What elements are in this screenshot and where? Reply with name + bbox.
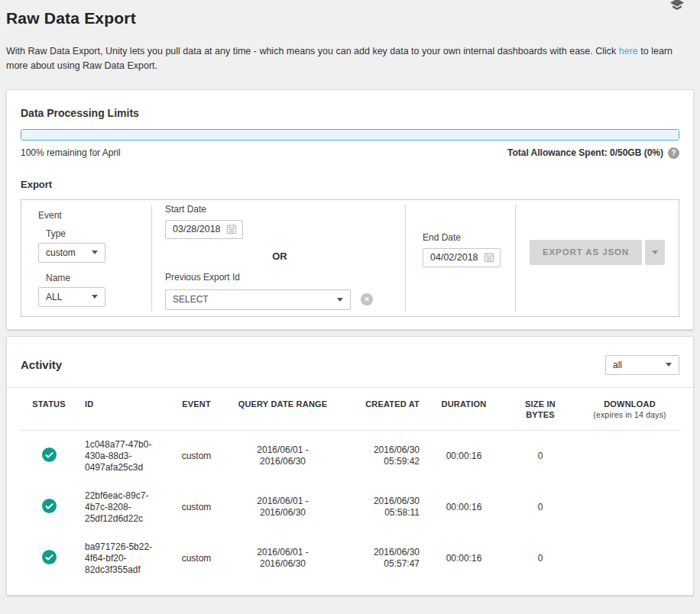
event-name-value: ALL [46,292,62,302]
intro-before: With Raw Data Export, Unity lets you pul… [6,46,619,57]
event-name-label: Name [46,273,151,283]
status-cell [21,430,77,482]
created-at-cell: 2016/06/30 05:57:47 [340,533,426,584]
previous-export-row: SELECT ✕ [165,289,405,310]
query-date-range-cell: 2016/06/01 - 2016/06/30 [225,482,340,533]
query-date-range-cell: 2016/06/01 - 2016/06/30 [225,430,340,482]
event-label: Event [38,210,151,221]
activity-filter-dropdown[interactable]: all [605,355,679,375]
download-cell [578,533,681,584]
page-header: Raw Data Export With Raw Data Export, Un… [6,0,694,74]
allowance-label: Total Allowance Spent: 0/50GB (0%) [507,147,663,158]
event-cell: custom [167,482,225,533]
dates-column: Start Date 03/28/2018 OR [152,200,405,316]
event-name-dropdown[interactable]: ALL [38,287,105,307]
id-cell: 22bf6eac-89c7-4b7c-8208-25df12d6d22c [77,482,167,533]
size-cell: 0 [502,482,578,533]
col-header-id: ID [77,388,167,430]
created-at-cell: 2016/06/30 05:58:11 [340,482,426,533]
page-root: Raw Data Export With Raw Data Export, Un… [0,0,700,596]
download-cell [578,482,681,533]
col-header-event: EVENT [167,388,225,430]
processing-limit-bar [21,129,679,141]
status-cell [21,482,77,533]
end-date-label: End Date [423,232,515,243]
activity-table: STATUS ID EVENT QUERY DATE RANGE CREATED… [21,388,681,584]
export-title: Export [21,179,679,190]
previous-export-value: SELECT [173,294,209,305]
calendar-icon[interactable] [484,252,494,263]
start-date-input[interactable]: 03/28/2018 [165,220,243,239]
activity-card: Activity all STATUS ID EVENT QUERY DATE … [6,336,694,596]
created-at-cell: 2016/06/30 05:59:42 [340,430,426,482]
here-link[interactable]: here [619,46,638,57]
end-date-value: 04/02/2018 [430,252,478,263]
calendar-icon[interactable] [226,224,237,234]
start-date-label: Start Date [165,204,405,215]
processing-limit-bar-fill [21,130,679,140]
export-form: Event Type custom Name ALL Start Date 03… [21,199,679,317]
start-date-value: 03/28/2018 [173,224,221,234]
status-cell [21,533,77,584]
size-cell: 0 [502,533,578,584]
id-cell: ba971726-5b22-4f64-bf20-82dc3f355adf [77,533,167,584]
check-circle-icon [42,448,57,462]
download-expiry-note: (expires in 14 days) [578,410,681,421]
duration-cell: 00:00:16 [426,482,502,533]
activity-title: Activity [21,358,62,371]
intro-text: With Raw Data Export, Unity lets you pul… [6,44,694,74]
col-header-created-at: CREATED AT [340,388,426,430]
query-date-range-cell: 2016/06/01 - 2016/06/30 [225,533,340,584]
chevron-down-icon [652,250,658,254]
col-header-download: DOWNLOAD (expires in 14 days) [578,388,681,430]
or-wrap: OR [165,249,394,263]
clear-icon[interactable]: ✕ [361,293,373,305]
event-type-label: Type [46,228,151,239]
check-circle-icon [42,499,57,513]
page-title: Raw Data Export [6,9,694,27]
size-cell: 0 [502,430,578,482]
col-header-status: STATUS [21,388,77,430]
download-cell [578,430,681,482]
check-circle-icon [42,550,57,564]
action-column: EXPORT AS JSON [516,200,679,316]
export-as-json-button[interactable]: EXPORT AS JSON [530,240,642,265]
id-cell: 1c048a77-47b0-430a-88d3-0497afa25c3d [77,430,167,482]
export-options-button[interactable] [645,240,665,265]
or-label: OR [272,250,287,262]
graduation-cap-icon[interactable] [669,0,686,14]
chevron-down-icon [337,298,343,302]
event-cell: custom [167,533,225,584]
col-header-size-in-bytes: SIZE IN BYTES [502,388,578,430]
activity-filter-value: all [613,360,622,370]
previous-export-label: Previous Export Id [165,272,405,283]
previous-export-dropdown[interactable]: SELECT [165,289,351,310]
help-icon[interactable]: ? [668,147,679,159]
chevron-down-icon [666,363,672,367]
event-column: Event Type custom Name ALL [21,200,151,316]
duration-cell: 00:00:16 [426,430,502,482]
chevron-down-icon [92,295,98,299]
table-header-row: STATUS ID EVENT QUERY DATE RANGE CREATED… [21,388,681,430]
end-date-column: End Date 04/02/2018 [406,200,515,316]
table-row: ba971726-5b22-4f64-bf20-82dc3f355adf cus… [21,533,681,584]
table-row: 22bf6eac-89c7-4b7c-8208-25df12d6d22c cus… [21,482,681,533]
data-processing-limits-card: Data Processing Limits 100% remaining fo… [6,89,694,330]
table-row: 1c048a77-47b0-430a-88d3-0497afa25c3d cus… [21,430,681,482]
limits-summary-row: 100% remaining for April Total Allowance… [21,147,679,159]
event-cell: custom [167,430,225,482]
limits-title: Data Processing Limits [21,107,679,119]
chevron-down-icon [92,250,98,254]
event-type-value: custom [46,247,76,258]
remaining-label: 100% remaining for April [21,147,121,158]
event-type-dropdown[interactable]: custom [38,243,105,263]
allowance-summary: Total Allowance Spent: 0/50GB (0%) ? [507,147,679,159]
activity-header: Activity all [7,351,693,375]
end-date-input[interactable]: 04/02/2018 [423,248,501,267]
col-header-query-date-range: QUERY DATE RANGE [225,388,340,430]
duration-cell: 00:00:16 [426,533,502,584]
col-header-duration: DURATION [426,388,502,430]
